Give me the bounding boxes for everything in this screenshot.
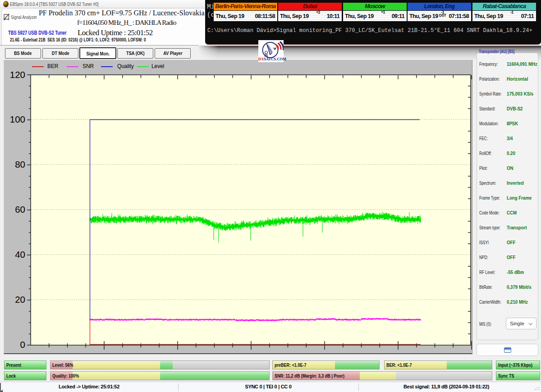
svg-text:100: 100 [10,114,25,124]
svg-text:20: 20 [15,294,25,305]
svg-text:40: 40 [15,249,25,260]
svg-text:80: 80 [15,159,25,169]
svg-text:60: 60 [15,204,25,214]
svg-text:120: 120 [10,69,25,80]
svg-text:0: 0 [20,339,25,350]
